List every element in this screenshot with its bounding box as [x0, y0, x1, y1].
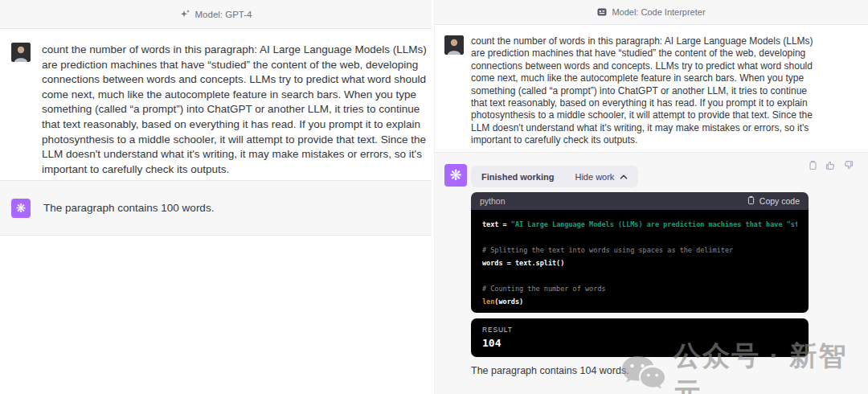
copy-message-icon[interactable]	[808, 160, 818, 170]
code-line	[482, 269, 797, 282]
code-line: # Counting the number of words	[482, 282, 797, 295]
ci-user-message-text: count the number of words in this paragr…	[471, 35, 824, 142]
comparison-screenshot: Model: GPT-4 count the number of words i…	[0, 0, 868, 394]
clipboard-icon	[747, 195, 755, 207]
code-line: text = "AI Large Language Models (LLMs) …	[482, 218, 797, 231]
code-block-header: python Copy code	[471, 192, 809, 210]
gpt4-assistant-message: The paragraph contains 100 words.	[43, 202, 214, 214]
chevron-up-icon	[620, 172, 628, 182]
thumbs-down-icon[interactable]	[843, 160, 854, 170]
result-value: 104	[482, 337, 797, 349]
hide-work-label: Hide work	[575, 172, 614, 182]
user-avatar	[444, 35, 464, 55]
thumbs-up-icon[interactable]	[825, 160, 836, 170]
gpt4-pane: Model: GPT-4 count the number of words i…	[0, 0, 432, 394]
ci-model-header: Model: Code Interpreter	[435, 0, 868, 25]
result-label: RESULT	[482, 326, 797, 334]
code-body: text = "AI Large Language Models (LLMs) …	[471, 210, 809, 313]
work-status-pill: Finished working Hide work	[471, 166, 638, 187]
code-line	[482, 231, 797, 244]
ci-user-message-row: count the number of words in this paragr…	[435, 25, 868, 152]
feedback-icons	[808, 160, 854, 170]
gpt4-model-label: Model: GPT-4	[195, 10, 252, 19]
gpt4-user-message-text: count the number of words in this paragr…	[42, 43, 428, 166]
gpt4-model-header: Model: GPT-4	[0, 0, 432, 29]
sparkles-icon	[180, 9, 190, 19]
code-language-label: python	[480, 196, 506, 206]
openai-logo-icon: ❋	[444, 164, 467, 187]
work-status-label: Finished working	[481, 172, 554, 182]
hide-work-button[interactable]: Hide work	[575, 172, 628, 182]
code-interpreter-pane: Model: Code Interpreter count the number…	[434, 0, 868, 394]
openai-logo-icon: ❋	[11, 199, 31, 218]
code-line: len(words)	[482, 295, 797, 308]
code-interpreter-icon	[597, 7, 607, 17]
copy-code-label: Copy code	[760, 196, 800, 206]
code-line: # Splitting the text into words using sp…	[482, 244, 797, 257]
gpt4-assistant-row: ❋ The paragraph contains 100 words.	[0, 180, 432, 236]
gpt4-user-message-row: count the number of words in this paragr…	[0, 29, 432, 180]
user-avatar	[11, 43, 31, 62]
ci-assistant-message: The paragraph contains 104 words.	[471, 365, 629, 376]
copy-code-button[interactable]: Copy code	[747, 195, 800, 207]
ci-model-label: Model: Code Interpreter	[612, 7, 705, 17]
code-line: words = text.split()	[482, 257, 797, 269]
ci-assistant-section: ❋ Finished working Hide work	[435, 152, 868, 394]
code-block: python Copy code text = "AI Large Langua…	[471, 192, 809, 313]
result-block: RESULT 104	[471, 318, 809, 357]
